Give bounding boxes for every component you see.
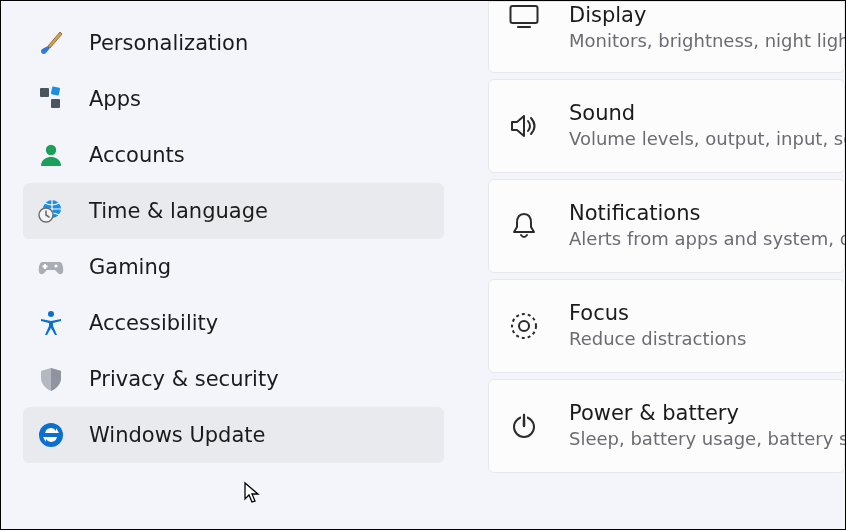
sidebar-item-label: Accounts <box>89 143 185 167</box>
svg-point-14 <box>512 314 536 338</box>
svg-rect-12 <box>511 6 538 23</box>
sidebar-item-personalization[interactable]: Personalization <box>23 15 444 71</box>
mouse-cursor-icon <box>243 481 263 505</box>
card-title: Power & battery <box>569 400 846 427</box>
gamepad-icon <box>37 253 65 281</box>
svg-rect-0 <box>40 88 49 97</box>
power-icon <box>509 411 539 441</box>
settings-main-list: Display Monitors, brightness, night ligh… <box>488 1 845 479</box>
card-text: Sound Volume levels, output, input, sour <box>569 100 846 152</box>
sidebar-item-windows-update[interactable]: Windows Update <box>23 407 444 463</box>
card-display[interactable]: Display Monitors, brightness, night ligh… <box>488 1 845 73</box>
svg-rect-2 <box>51 86 60 95</box>
svg-point-3 <box>46 145 56 155</box>
card-notifications[interactable]: Notifications Alerts from apps and syste… <box>488 179 845 273</box>
card-title: Focus <box>569 300 746 327</box>
svg-rect-1 <box>51 99 60 108</box>
card-text: Notifications Alerts from apps and syste… <box>569 200 846 252</box>
sidebar-item-label: Accessibility <box>89 311 218 335</box>
apps-icon <box>37 85 65 113</box>
sidebar-item-apps[interactable]: Apps <box>23 71 444 127</box>
paintbrush-icon <box>37 29 65 57</box>
card-sound[interactable]: Sound Volume levels, output, input, sour <box>488 79 845 173</box>
focus-target-icon <box>509 311 539 341</box>
svg-point-15 <box>519 321 529 331</box>
card-text: Display Monitors, brightness, night ligh… <box>569 2 846 54</box>
card-subtitle: Volume levels, output, input, sour <box>569 127 846 151</box>
sidebar-item-label: Privacy & security <box>89 367 279 391</box>
card-title: Notifications <box>569 200 846 227</box>
sidebar-item-label: Personalization <box>89 31 248 55</box>
settings-sidebar: Personalization Apps Accounts Time & lan… <box>1 1 466 477</box>
card-subtitle: Reduce distractions <box>569 327 746 351</box>
card-text: Focus Reduce distractions <box>569 300 746 352</box>
speaker-icon <box>509 111 539 141</box>
card-subtitle: Sleep, battery usage, battery save <box>569 427 846 451</box>
card-title: Display <box>569 2 846 29</box>
sidebar-item-gaming[interactable]: Gaming <box>23 239 444 295</box>
svg-point-10 <box>48 311 54 317</box>
sidebar-item-label: Gaming <box>89 255 171 279</box>
card-text: Power & battery Sleep, battery usage, ba… <box>569 400 846 452</box>
bell-icon <box>509 211 539 241</box>
svg-rect-9 <box>43 266 48 268</box>
accessibility-icon <box>37 309 65 337</box>
sidebar-item-label: Time & language <box>89 199 268 223</box>
sidebar-item-accessibility[interactable]: Accessibility <box>23 295 444 351</box>
monitor-icon <box>509 2 539 32</box>
card-focus[interactable]: Focus Reduce distractions <box>488 279 845 373</box>
svg-point-11 <box>39 423 63 447</box>
card-subtitle: Alerts from apps and system, do n <box>569 227 846 251</box>
card-power-battery[interactable]: Power & battery Sleep, battery usage, ba… <box>488 379 845 473</box>
sidebar-item-label: Windows Update <box>89 423 265 447</box>
sidebar-item-time-language[interactable]: Time & language <box>23 183 444 239</box>
card-title: Sound <box>569 100 846 127</box>
card-subtitle: Monitors, brightness, night light, <box>569 29 846 53</box>
svg-point-6 <box>54 264 57 267</box>
update-sync-icon <box>37 421 65 449</box>
shield-icon <box>37 365 65 393</box>
sidebar-item-privacy[interactable]: Privacy & security <box>23 351 444 407</box>
person-icon <box>37 141 65 169</box>
sidebar-item-label: Apps <box>89 87 141 111</box>
sidebar-item-accounts[interactable]: Accounts <box>23 127 444 183</box>
globe-clock-icon <box>37 197 65 225</box>
